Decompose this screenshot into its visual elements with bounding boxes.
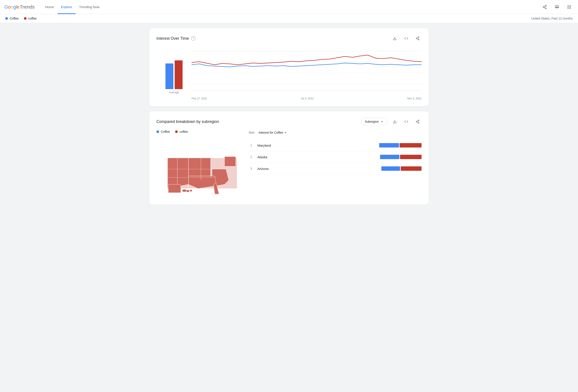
- svg-point-18: [418, 37, 419, 38]
- chart-x-labels: Feb 27, 2022 Jul 3, 2022 Nov 6, 2022: [192, 96, 422, 100]
- table-row: 2 Alaska: [249, 151, 422, 163]
- svg-rect-11: [568, 6, 568, 7]
- breakdown-left: Coffee coffee: [156, 130, 240, 198]
- region-bar-blue: [380, 155, 399, 159]
- svg-point-35: [418, 122, 419, 123]
- svg-point-1: [543, 6, 544, 7]
- apps-icon[interactable]: [565, 3, 574, 11]
- svg-point-33: [418, 120, 419, 121]
- avg-bar-red: [175, 60, 183, 89]
- header: Google Trends Home Explore Trending Now: [0, 0, 578, 14]
- share-icon[interactable]: [540, 3, 549, 11]
- svg-line-36: [417, 122, 418, 122]
- region-rank: 2: [249, 155, 254, 159]
- region-bar-blue: [379, 143, 399, 147]
- sort-row: Sort: Interest for Coffee: [249, 130, 422, 135]
- sort-dropdown[interactable]: Interest for Coffee: [257, 130, 289, 135]
- region-name[interactable]: Alaska: [257, 155, 377, 159]
- chart-avg: Average: [156, 47, 192, 100]
- chart-container: Average 100 75 50 25: [156, 47, 422, 100]
- avg-bar-blue: [165, 63, 173, 89]
- sort-chevron-icon: [284, 131, 287, 134]
- help-icon[interactable]: ?: [191, 36, 195, 41]
- svg-point-46: [182, 189, 186, 192]
- svg-rect-45: [168, 184, 181, 193]
- red-line: [192, 55, 422, 65]
- subtitle-bar: Coffee coffee United States, Past 12 mon…: [0, 14, 578, 23]
- header-actions: [540, 3, 574, 11]
- nav-trending[interactable]: Trending Now: [76, 0, 103, 14]
- region-name[interactable]: Maryland: [257, 144, 376, 147]
- trends-logo: Trends: [20, 4, 35, 10]
- chart-svg: 100 75 50 25: [192, 47, 422, 95]
- table-row: 3 Arizona: [249, 163, 422, 175]
- svg-line-22: [417, 38, 418, 38]
- legend-coffee-lower: coffee: [24, 17, 37, 20]
- svg-line-4: [544, 6, 545, 6]
- logo-area: Google Trends: [4, 4, 35, 10]
- interest-over-time-card: Interest Over Time ?: [149, 28, 429, 106]
- card-title: Interest Over Time ?: [156, 36, 195, 41]
- legend-coffee-cap-label: Coffee: [10, 17, 19, 20]
- x-label-1: Feb 27, 2022: [192, 97, 207, 100]
- share-chart-button[interactable]: [414, 35, 422, 42]
- breakdown-embed-button[interactable]: [402, 118, 410, 126]
- svg-line-21: [417, 39, 418, 39]
- card-actions: [391, 35, 422, 42]
- svg-rect-10: [570, 5, 571, 6]
- breakdown-card: Compared breakdown by subregion Subregio…: [149, 111, 429, 204]
- svg-point-2: [545, 8, 546, 9]
- avg-bars: [165, 54, 183, 89]
- us-map-svg: [156, 137, 240, 198]
- breakdown-share-button[interactable]: [414, 118, 422, 126]
- legend-items: Coffee coffee: [5, 17, 37, 20]
- google-logo: Google: [4, 4, 19, 10]
- chevron-down-icon: [381, 120, 384, 123]
- feedback-icon[interactable]: [553, 3, 561, 11]
- nav-home[interactable]: Home: [42, 0, 57, 14]
- legend-coffee-cap: Coffee: [5, 17, 19, 20]
- svg-point-47: [186, 190, 189, 192]
- coffee-cap-dot: [5, 17, 8, 20]
- chart-main: 100 75 50 25 Feb 27, 2022 Jul 3, 2022 No…: [192, 47, 422, 100]
- embed-button[interactable]: [402, 35, 410, 42]
- main-content: Interest Over Time ?: [144, 23, 434, 215]
- main-nav: Home Explore Trending Now: [42, 0, 540, 14]
- svg-point-19: [416, 38, 417, 39]
- breakdown-card-header: Compared breakdown by subregion Subregio…: [156, 118, 422, 126]
- x-label-2: Jul 3, 2022: [301, 97, 314, 100]
- avg-label: Average: [169, 91, 179, 94]
- breakdown-title: Compared breakdown by subregion: [156, 119, 219, 124]
- svg-point-20: [418, 39, 419, 40]
- svg-rect-12: [569, 6, 570, 7]
- region-rank: 3: [249, 167, 254, 170]
- region-name[interactable]: Arizona: [257, 167, 378, 171]
- nav-explore[interactable]: Explore: [57, 0, 76, 14]
- svg-rect-16: [570, 8, 571, 8]
- breakdown-card-actions: Subregion: [361, 118, 422, 126]
- breakdown-right: Sort: Interest for Coffee 1 Maryland: [249, 130, 422, 198]
- breakdown-title-text: Compared breakdown by subregion: [156, 119, 219, 124]
- region-bar-red: [401, 166, 422, 171]
- svg-rect-9: [569, 5, 570, 6]
- region-bar-blue: [381, 166, 400, 171]
- table-row: 1 Maryland: [249, 140, 422, 151]
- subregion-dropdown[interactable]: Subregion: [361, 118, 387, 125]
- breakdown-download-button[interactable]: [391, 118, 399, 126]
- region-info: United States, Past 12 months: [531, 17, 573, 20]
- x-label-3: Nov 6, 2022: [407, 97, 422, 100]
- download-button[interactable]: [391, 35, 399, 42]
- breakdown-legend: Coffee coffee: [156, 130, 240, 134]
- interest-over-time-title: Interest Over Time: [156, 36, 189, 41]
- svg-rect-14: [568, 8, 568, 8]
- breakdown-layout: Coffee coffee: [156, 130, 422, 198]
- card-header: Interest Over Time ?: [156, 35, 422, 42]
- region-bars: [380, 155, 422, 159]
- svg-rect-8: [568, 5, 568, 6]
- coffee-lower-dot: [24, 17, 27, 20]
- breakdown-legend-coffee-cap-label: Coffee: [161, 130, 170, 134]
- legend-coffee-lower-label: coffee: [28, 17, 37, 20]
- breakdown-legend-coffee-cap: Coffee: [156, 130, 170, 134]
- sort-label: Sort:: [249, 131, 255, 134]
- region-bars: [381, 166, 422, 171]
